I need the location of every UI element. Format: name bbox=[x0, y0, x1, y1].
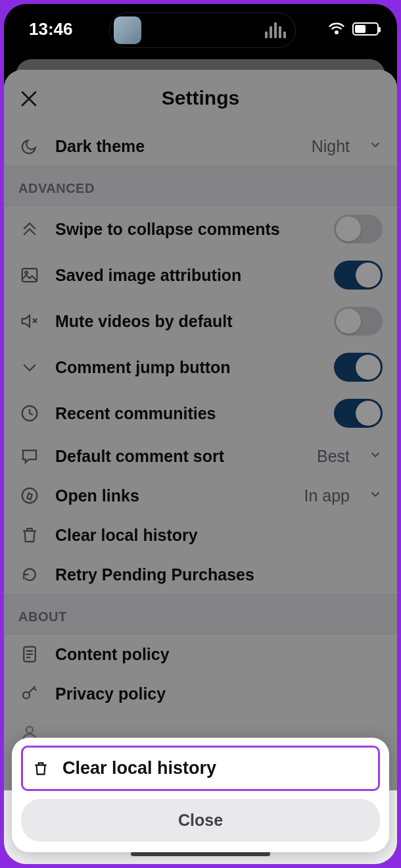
svg-point-1 bbox=[25, 271, 28, 274]
audio-waveform-icon bbox=[265, 22, 286, 38]
svg-point-6 bbox=[26, 727, 33, 733]
settings-row-image-attribution[interactable]: Saved image attribution bbox=[4, 252, 397, 298]
action-sheet: Clear local history Close bbox=[12, 738, 389, 852]
row-label: Recent communities bbox=[55, 404, 319, 423]
trash-icon bbox=[18, 524, 41, 546]
status-bar: 13:46 bbox=[4, 4, 397, 54]
dynamic-island[interactable] bbox=[109, 13, 296, 48]
row-label: Content policy bbox=[55, 645, 383, 664]
document-icon bbox=[18, 643, 41, 665]
chevron-down-icon bbox=[368, 487, 383, 504]
toggle-image-attribution[interactable] bbox=[334, 261, 383, 290]
row-label: Retry Pending Purchases bbox=[55, 565, 383, 584]
settings-title: Settings bbox=[162, 87, 239, 109]
toggle-swipe-collapse[interactable] bbox=[334, 215, 383, 243]
svg-point-3 bbox=[22, 488, 37, 503]
settings-row-clear-history[interactable]: Clear local history bbox=[4, 515, 397, 555]
settings-row-dark-theme[interactable]: Dark theme Night bbox=[4, 126, 397, 166]
image-icon bbox=[18, 264, 41, 286]
action-close-button[interactable]: Close bbox=[21, 799, 380, 842]
row-label: Default comment sort bbox=[55, 447, 302, 466]
settings-row-retry-purchases[interactable]: Retry Pending Purchases bbox=[4, 555, 397, 594]
settings-row-open-links[interactable]: Open links In app bbox=[4, 476, 397, 515]
toggle-mute-videos[interactable] bbox=[334, 307, 383, 336]
default-sort-value: Best bbox=[317, 447, 350, 466]
battery-icon bbox=[352, 22, 379, 36]
row-label: Dark theme bbox=[55, 137, 297, 156]
settings-row-privacy-policy[interactable]: Privacy policy bbox=[4, 674, 397, 713]
settings-row-default-sort[interactable]: Default comment sort Best bbox=[4, 436, 397, 476]
dark-theme-value: Night bbox=[312, 137, 350, 156]
settings-row-content-policy[interactable]: Content policy bbox=[4, 634, 397, 674]
row-label: Clear local history bbox=[55, 526, 383, 545]
toggle-recent-communities[interactable] bbox=[334, 399, 383, 428]
clock-icon bbox=[18, 402, 41, 424]
home-indicator[interactable] bbox=[131, 852, 270, 856]
close-settings-button[interactable] bbox=[14, 84, 43, 113]
section-header-about: ABOUT bbox=[4, 594, 397, 634]
double-chevron-up-icon bbox=[18, 218, 41, 240]
action-clear-local-history[interactable]: Clear local history bbox=[21, 746, 380, 791]
chevron-down-icon bbox=[368, 447, 383, 465]
row-label: Mute videos by default bbox=[55, 312, 319, 331]
settings-row-recent-communities[interactable]: Recent communities bbox=[4, 390, 397, 436]
svg-point-5 bbox=[23, 692, 30, 699]
moon-icon bbox=[18, 135, 41, 157]
status-time: 13:46 bbox=[29, 19, 73, 39]
live-activity-app-icon bbox=[114, 16, 141, 44]
settings-row-mute-videos[interactable]: Mute videos by default bbox=[4, 298, 397, 344]
row-label: Privacy policy bbox=[55, 684, 383, 703]
row-label: Saved image attribution bbox=[55, 266, 319, 285]
section-header-advanced: ADVANCED bbox=[4, 166, 397, 206]
settings-row-swipe-collapse[interactable]: Swipe to collapse comments bbox=[4, 206, 397, 252]
settings-row-comment-jump[interactable]: Comment jump button bbox=[4, 344, 397, 390]
refresh-icon bbox=[18, 563, 41, 586]
action-label: Clear local history bbox=[62, 758, 216, 779]
settings-header: Settings bbox=[4, 70, 397, 126]
svg-rect-0 bbox=[22, 268, 37, 282]
wifi-icon bbox=[327, 20, 346, 38]
key-icon bbox=[18, 682, 41, 705]
speaker-mute-icon bbox=[18, 310, 41, 332]
row-label: Open links bbox=[55, 486, 289, 505]
compass-icon bbox=[18, 484, 41, 507]
toggle-comment-jump[interactable] bbox=[334, 353, 383, 382]
chevron-down-icon bbox=[18, 356, 41, 378]
row-label: Swipe to collapse comments bbox=[55, 220, 319, 239]
open-links-value: In app bbox=[304, 486, 350, 505]
row-label: Comment jump button bbox=[55, 358, 319, 377]
comment-icon bbox=[18, 445, 41, 467]
trash-icon bbox=[31, 759, 51, 779]
chevron-down-icon bbox=[368, 138, 383, 155]
